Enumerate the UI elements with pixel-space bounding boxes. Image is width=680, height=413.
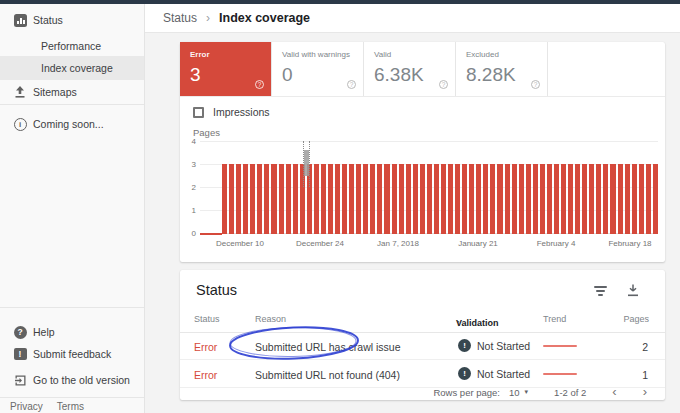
bar: [257, 164, 262, 234]
sidebar-item-performance[interactable]: Performance: [0, 34, 144, 58]
y-tick-label: 0: [183, 229, 196, 238]
bar: [476, 164, 481, 234]
bar: [505, 164, 510, 234]
bar: [363, 164, 368, 234]
sidebar-item-submit-feedback[interactable]: ! Submit feedback: [0, 342, 144, 366]
summary-label: Valid: [374, 50, 445, 59]
breadcrumb-status[interactable]: Status: [163, 11, 197, 25]
privacy-link[interactable]: Privacy: [10, 401, 43, 412]
sidebar-item-label: Performance: [41, 40, 101, 52]
y-tick-label: 1: [183, 206, 196, 215]
summary-value: 6.38K: [374, 64, 445, 86]
bar: [653, 164, 658, 234]
row-pages: 1: [642, 369, 648, 381]
sidebar-item-status[interactable]: Status: [0, 8, 144, 32]
bar: [533, 164, 538, 234]
summary-card-error[interactable]: Error 3 ?: [180, 42, 272, 96]
bar: [314, 164, 319, 234]
bar: [639, 164, 644, 234]
row-reason: Submitted URL has crawl issue: [255, 341, 401, 353]
column-header-status[interactable]: Status: [194, 314, 220, 324]
filter-icon[interactable]: [593, 286, 607, 298]
sidebar-item-label: Go to the old version: [33, 374, 130, 386]
page-title: Index coverage: [219, 11, 310, 25]
summary-label: Error: [190, 50, 261, 59]
help-circle-icon[interactable]: ?: [531, 80, 540, 89]
row-status: Error: [194, 341, 217, 353]
table-row-crawl-issue[interactable]: Error Submitted URL has crawl issue ! No…: [180, 332, 665, 360]
bar: [554, 164, 559, 234]
legal-links: Privacy Terms: [10, 401, 84, 412]
x-tick-label: Jan 7, 2018: [353, 239, 443, 248]
help-circle-icon[interactable]: ?: [439, 80, 448, 89]
bar: [618, 164, 623, 234]
bar: [370, 164, 375, 234]
bar-series: [222, 164, 658, 234]
bar: [377, 164, 382, 234]
impressions-checkbox[interactable]: Impressions: [193, 106, 270, 118]
sidebar-item-help[interactable]: ? Help: [0, 320, 144, 344]
help-circle-icon[interactable]: ?: [255, 80, 264, 89]
coverage-card: Error 3 ? Valid with warnings 0 ? Valid …: [180, 42, 665, 262]
y-tick-label: 2: [183, 183, 196, 192]
summary-value: 0: [282, 64, 353, 86]
bar: [455, 164, 460, 234]
bar: [293, 164, 298, 234]
sidebar-divider: [0, 397, 144, 398]
bar: [575, 164, 580, 234]
bar: [462, 164, 467, 234]
bar: [279, 164, 284, 234]
bar: [342, 164, 347, 234]
checkbox-icon[interactable]: [193, 107, 204, 118]
sidebar-divider: [0, 307, 144, 308]
bar: [349, 164, 354, 234]
bar: [243, 164, 248, 234]
terms-link[interactable]: Terms: [57, 401, 84, 412]
sidebar-item-label: Coming soon...: [33, 118, 104, 130]
bar: [603, 164, 608, 234]
x-tick-label: January 21: [433, 239, 523, 248]
bar: [632, 164, 637, 234]
bar: [222, 164, 227, 234]
summary-card-excluded[interactable]: Excluded 8.28K ?: [456, 42, 548, 96]
bar: [271, 164, 276, 234]
sidebar-item-coming-soon[interactable]: i Coming soon...: [0, 112, 144, 136]
bar: [384, 164, 389, 234]
bar: [229, 164, 234, 234]
sidebar-item-index-coverage[interactable]: Index coverage: [0, 56, 144, 80]
x-tick-label: February 18: [585, 239, 675, 248]
bar: [286, 164, 291, 234]
column-header-reason[interactable]: Reason: [255, 314, 286, 324]
bar: [582, 164, 587, 234]
bar: [413, 164, 418, 234]
bar: [321, 164, 326, 234]
bar: [561, 164, 566, 234]
not-started-icon: !: [458, 339, 471, 352]
previous-page-button[interactable]: ‹: [612, 387, 616, 397]
rows-per-page-select[interactable]: 10: [509, 387, 520, 398]
bar: [406, 164, 411, 234]
sort-ascending-icon: ↑: [456, 318, 461, 328]
column-header-pages[interactable]: Pages: [623, 314, 649, 324]
sidebar-item-label: Help: [33, 326, 55, 338]
column-header-label: Validation: [456, 318, 499, 328]
sidebar: Status Performance Index coverage Sitema…: [0, 4, 145, 413]
next-page-button[interactable]: ›: [643, 387, 647, 397]
bar: [392, 164, 397, 234]
download-icon[interactable]: [627, 283, 639, 301]
sidebar-item-sitemaps[interactable]: Sitemaps: [0, 80, 144, 104]
column-header-trend[interactable]: Trend: [543, 314, 566, 324]
summary-card-valid[interactable]: Valid 6.38K ?: [364, 42, 456, 96]
bar: [512, 164, 517, 234]
chevron-down-icon[interactable]: ▾: [525, 388, 529, 396]
bar: [250, 164, 255, 234]
summary-card-valid-warnings[interactable]: Valid with warnings 0 ?: [272, 42, 364, 96]
sidebar-item-label: Submit feedback: [33, 348, 111, 360]
help-circle-icon[interactable]: ?: [347, 80, 356, 89]
x-tick-label: December 10: [195, 239, 285, 248]
bar: [328, 164, 333, 234]
bar: [427, 164, 432, 234]
zero-value-segment: [200, 233, 222, 235]
error-pages-chart: 4 3 2 1 0: [200, 141, 658, 234]
sidebar-item-old-version[interactable]: Go to the old version: [0, 368, 144, 392]
